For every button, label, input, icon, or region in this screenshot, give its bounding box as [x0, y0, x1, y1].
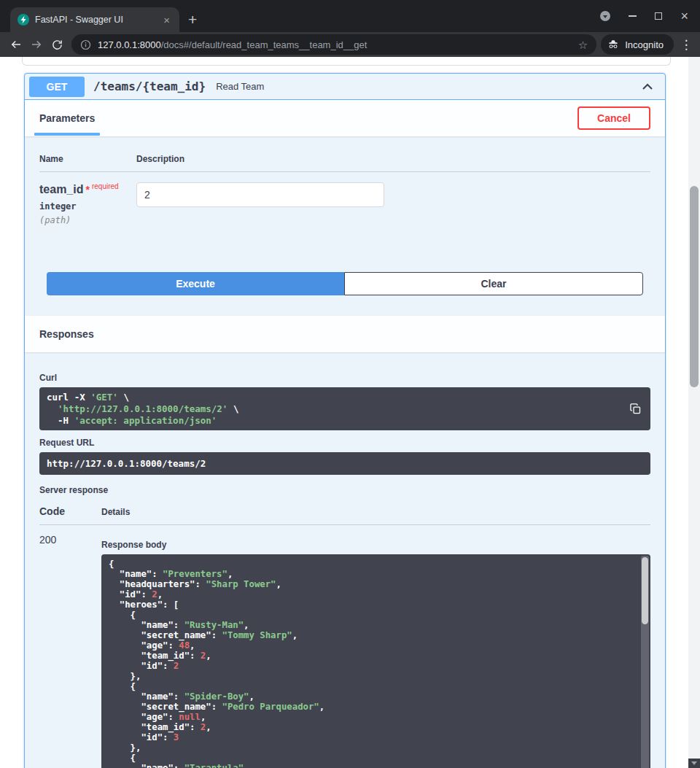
- clear-button[interactable]: Clear: [344, 272, 643, 295]
- incognito-icon: [607, 38, 620, 51]
- previous-section-tail: [22, 57, 671, 66]
- operation-summary: Read Team: [216, 81, 264, 92]
- execute-row: Execute Clear: [47, 272, 643, 295]
- forward-icon[interactable]: [26, 34, 47, 55]
- scroll-down-button[interactable]: [688, 759, 700, 768]
- responses-title: Responses: [39, 328, 94, 340]
- response-body-scrollbar[interactable]: [641, 556, 649, 768]
- maximize-button[interactable]: [655, 12, 662, 20]
- active-tab-underline: [34, 133, 100, 136]
- code-column-header: Code: [39, 505, 101, 517]
- parameters-body: Name Description team_id*required intege…: [25, 136, 665, 316]
- browser-update-icon[interactable]: [600, 11, 610, 21]
- close-button[interactable]: ×: [680, 9, 688, 23]
- method-badge: GET: [29, 77, 85, 97]
- url-host: 127.0.0.1:8000: [98, 39, 161, 50]
- tab-title: FastAPI - Swagger UI: [35, 15, 155, 25]
- window-controls: ×: [600, 0, 688, 32]
- server-response-label: Server response: [39, 485, 650, 495]
- scroll-down-arrow-icon: [691, 761, 697, 765]
- operation-header[interactable]: GET /teams/{team_id} Read Team: [25, 74, 665, 100]
- reload-icon[interactable]: [47, 34, 67, 55]
- update-arrow-icon: [603, 15, 607, 18]
- responses-header: Responses: [25, 316, 665, 352]
- parameter-name-line: team_id*required: [39, 182, 136, 196]
- param-name: team_id: [39, 183, 83, 195]
- curl-command: curl -X 'GET' \ 'http://127.0.0.1:8000/t…: [47, 392, 618, 426]
- parameter-row: team_id*required integer (path): [39, 172, 650, 225]
- name-column-header: Name: [39, 154, 136, 164]
- operation-block: GET /teams/{team_id} Read Team Parameter…: [24, 73, 666, 768]
- request-url-label: Request URL: [39, 438, 650, 448]
- param-value-input[interactable]: [136, 182, 384, 207]
- new-tab-button[interactable]: +: [188, 12, 197, 27]
- status-code: 200: [39, 534, 101, 768]
- browser-window: FastAPI - Swagger UI × + × 127.0.0.: [0, 0, 700, 768]
- required-label: required: [92, 182, 119, 190]
- menu-icon[interactable]: ⋮: [678, 37, 694, 53]
- param-type: integer: [39, 201, 136, 212]
- response-body-json: { "name": "Preventers", "headquarters": …: [109, 559, 631, 768]
- parameter-value-cell: [136, 182, 384, 225]
- response-row: 200 Response body { "name": "Preventers"…: [39, 525, 650, 768]
- responses-body: Curl curl -X 'GET' \ 'http://127.0.0.1:8…: [25, 352, 665, 768]
- parameters-header: Parameters Cancel: [25, 100, 665, 136]
- response-details-cell: Response body { "name": "Preventers", "h…: [101, 534, 650, 768]
- url-text[interactable]: 127.0.0.1:8000/docs#/default/read_team_t…: [98, 39, 572, 50]
- bookmark-star-icon[interactable]: ☆: [578, 39, 588, 50]
- url-bar[interactable]: 127.0.0.1:8000/docs#/default/read_team_t…: [71, 34, 596, 55]
- param-location: (path): [39, 215, 136, 225]
- fastapi-favicon: [18, 14, 29, 26]
- collapse-chevron-icon[interactable]: [640, 79, 655, 94]
- curl-code-block: curl -X 'GET' \ 'http://127.0.0.1:8000/t…: [39, 387, 650, 430]
- browser-tab[interactable]: FastAPI - Swagger UI ×: [10, 7, 179, 32]
- navbar: 127.0.0.1:8000/docs#/default/read_team_t…: [0, 32, 700, 57]
- back-icon[interactable]: [6, 34, 26, 55]
- page-scrollbar-thumb[interactable]: [690, 186, 699, 387]
- response-body-label: Response body: [101, 540, 650, 550]
- request-url-value: http://127.0.0.1:8000/teams/2: [39, 452, 650, 475]
- required-star: *: [85, 184, 89, 195]
- titlebar: FastAPI - Swagger UI × + ×: [0, 0, 700, 32]
- description-column-header: Description: [136, 154, 184, 164]
- tab-close-icon[interactable]: ×: [161, 14, 172, 26]
- copy-button[interactable]: [626, 400, 645, 419]
- response-table-headers: Code Details: [39, 505, 650, 525]
- incognito-label: Incognito: [625, 39, 664, 50]
- parameters-title: Parameters: [39, 112, 95, 124]
- response-body-scrollbar-thumb[interactable]: [642, 557, 648, 624]
- page-scrollbar[interactable]: [688, 57, 700, 768]
- execute-button[interactable]: Execute: [47, 272, 344, 295]
- parameters-column-headers: Name Description: [39, 154, 650, 172]
- cancel-button[interactable]: Cancel: [578, 106, 650, 130]
- minimize-button[interactable]: [629, 15, 637, 17]
- info-icon[interactable]: [80, 39, 91, 50]
- details-column-header: Details: [101, 507, 130, 517]
- parameters-tab[interactable]: Parameters: [39, 100, 95, 136]
- incognito-badge: Incognito: [601, 34, 674, 55]
- operation-path: /teams/{team_id}: [93, 79, 206, 93]
- copy-icon: [629, 403, 642, 415]
- swagger-page: GET /teams/{team_id} Read Team Parameter…: [0, 57, 688, 768]
- curl-label: Curl: [39, 373, 650, 383]
- parameter-meta: team_id*required integer (path): [39, 182, 136, 225]
- url-path: /docs#/default/read_team_teams__team_id_…: [161, 39, 368, 50]
- response-body-block: { "name": "Preventers", "headquarters": …: [101, 554, 650, 768]
